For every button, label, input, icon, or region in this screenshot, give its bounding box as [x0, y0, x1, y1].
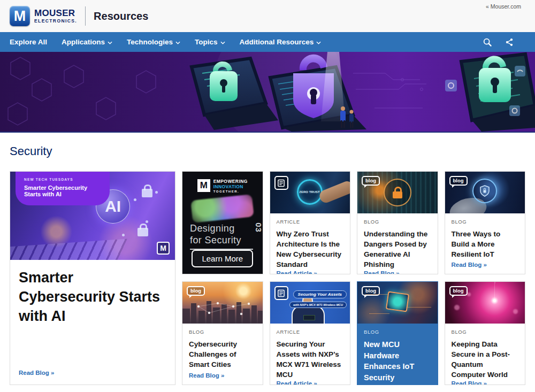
mcu-chip-graphic: [386, 291, 409, 312]
back-to-mouser-link[interactable]: « Mouser.com: [486, 3, 521, 10]
header-divider: [85, 6, 86, 26]
nav-item-additional-resources[interactable]: Additional Resources: [240, 38, 322, 46]
bokeh-dot: [467, 293, 471, 296]
blog-icon: blog: [187, 286, 205, 296]
content-type-label: BLOG: [364, 329, 431, 335]
nav-item-explore-all[interactable]: Explore All: [10, 38, 47, 46]
video-subtitle-ribbon: with NXP's MCX W71 Wireless MCU: [289, 302, 347, 308]
card-nxp-mcx-w71[interactable]: Securing Your Assets with NXP's MCX W71 …: [270, 281, 351, 385]
circuit-trace: [365, 294, 389, 295]
network-dot: [146, 220, 148, 223]
blog-icon: blog: [449, 176, 468, 186]
read-blog-link[interactable]: Read Blog»: [452, 380, 519, 385]
read-blog-link[interactable]: Read Blog»: [19, 370, 166, 376]
city-skyline-graphic: [182, 299, 263, 324]
content-type-label: BLOG: [364, 219, 431, 225]
card-title: Why Zero Trust Architecture Is the New C…: [277, 229, 344, 270]
network-dot: [155, 191, 158, 194]
tagline-line: TOGETHER.: [213, 190, 248, 194]
card-post-quantum[interactable]: blog BLOG Keeping Data Secure in a Post-…: [445, 281, 526, 385]
security-section: Security: [0, 133, 535, 158]
card-image: blog: [445, 282, 525, 324]
nav-label: Explore All: [10, 38, 47, 46]
card-title: New MCU Hardware Enhances IoT Security: [364, 339, 431, 383]
double-arrow-icon: »: [483, 262, 486, 268]
read-blog-link[interactable]: Read Blog»: [189, 372, 256, 379]
card-new-mcu-hardware[interactable]: blog BLOG New MCU Hardware Enhances IoT …: [357, 281, 438, 385]
tagline-line: INNOVATION: [213, 185, 248, 190]
padlock-icon: [142, 189, 152, 197]
card-body: ARTICLE Why Zero Trust Architecture Is t…: [270, 213, 350, 274]
blog-icon-label: blog: [365, 288, 376, 294]
search-icon[interactable]: [483, 37, 492, 47]
blog-icon-label: blog: [190, 288, 201, 294]
card-body: BLOG Understanding the Dangers Posed by …: [357, 213, 438, 274]
link-label: Read Article: [277, 380, 312, 385]
shield-icon: [479, 185, 490, 197]
promo-title-line1: Designing: [190, 223, 241, 235]
double-arrow-icon: »: [314, 380, 317, 385]
mouser-m-mark: M: [197, 179, 210, 192]
read-blog-link[interactable]: Read Blog»: [364, 270, 431, 274]
mouser-m-mark: M: [10, 6, 30, 26]
card-title: Securing Your Assets with NXP’s MCX W71 …: [277, 339, 344, 380]
double-arrow-icon: »: [221, 372, 224, 379]
featured-overlay-title: Smarter Cybersecurity Starts with AI: [24, 185, 101, 197]
hero-banner: [0, 52, 535, 133]
content-type-label: ARTICLE: [277, 329, 344, 335]
nav-label: Additional Resources: [240, 38, 314, 46]
nav-item-applications[interactable]: Applications: [62, 38, 112, 46]
promo-card-designing-for-security[interactable]: M EMPOWERING INNOVATION TOGETHER. Design…: [182, 171, 263, 274]
double-arrow-icon: »: [396, 270, 399, 274]
read-article-link[interactable]: Read Article»: [277, 380, 344, 385]
main-nav: Explore All Applications Technologies To…: [0, 32, 535, 52]
featured-card-smarter-cybersecurity[interactable]: AI NEW TECH TUESDAYS Smarter Cybersecuri…: [10, 171, 175, 385]
network-dot: [134, 198, 136, 201]
mouser-logo[interactable]: M MOUSER ELECTRONICS.: [10, 6, 77, 26]
read-blog-link[interactable]: Read Blog»: [452, 262, 519, 268]
card-title: Cybersecurity Challenges of Smart Cities: [189, 339, 256, 370]
learn-more-button[interactable]: Learn More: [192, 250, 253, 267]
content-type-label: ARTICLE: [277, 219, 344, 225]
cybersecurity-illustration: [0, 52, 535, 132]
bokeh-dot: [513, 309, 518, 314]
padlock-icon: [393, 191, 402, 198]
link-label: Read Blog: [452, 262, 482, 268]
padlock-icon: [137, 228, 148, 236]
nav-item-technologies[interactable]: Technologies: [127, 38, 180, 46]
resource-grid: AI NEW TECH TUESDAYS Smarter Cybersecuri…: [10, 171, 525, 385]
card-generative-ai-phishing[interactable]: blog BLOG Understanding the Dangers Pose…: [357, 171, 438, 274]
card-resilient-iot[interactable]: blog BLOG Three Ways to Build a More Res…: [445, 171, 526, 274]
brand-subname: ELECTRONICS.: [34, 19, 77, 24]
nav-item-topics[interactable]: Topics: [195, 38, 225, 46]
link-label: Read Blog: [189, 372, 219, 379]
section-title: Security: [10, 144, 525, 158]
shield-ring-graphic: [472, 179, 497, 203]
card-image: blog: [445, 172, 525, 213]
keyboard-graphic: [10, 239, 127, 260]
page-title: Resources: [94, 10, 148, 22]
promo-title-line2: for Security: [190, 235, 241, 247]
featured-eyebrow: NEW TECH TUESDAYS: [24, 178, 101, 181]
video-title-ribbon: Securing Your Assets: [293, 290, 347, 298]
nav-icons: [483, 37, 525, 47]
episode-number: 03: [254, 222, 263, 233]
card-zero-trust[interactable]: ZERO TRUST ARTICLE Why Zero Trust Archit…: [270, 171, 351, 274]
card-title: Understanding the Dangers Posed by Gener…: [364, 229, 431, 270]
featured-title: Smarter Cybersecurity Starts with AI: [19, 268, 166, 326]
double-arrow-icon: »: [314, 270, 317, 274]
zero-trust-ring-graphic: ZERO TRUST: [297, 179, 323, 205]
card-image: blog: [357, 282, 438, 324]
nav-label: Applications: [62, 38, 105, 46]
card-image: blog: [182, 282, 263, 324]
share-icon[interactable]: [505, 38, 514, 47]
featured-card-body: Smarter Cybersecurity Starts with AI Rea…: [10, 260, 175, 385]
card-body: BLOG New MCU Hardware Enhances IoT Secur…: [357, 324, 438, 385]
card-body: BLOG Three Ways to Build a More Resilien…: [445, 213, 525, 274]
eit-tagline: EMPOWERING INNOVATION TOGETHER.: [213, 179, 248, 193]
read-article-link[interactable]: Read Article»: [277, 270, 344, 274]
card-smart-cities[interactable]: blog BLOG Cybersecurity Challenges of Sm…: [182, 281, 263, 385]
card-body: BLOG Cybersecurity Challenges of Smart C…: [182, 324, 263, 385]
mouser-brand-text: MOUSER ELECTRONICS.: [34, 9, 77, 24]
blog-icon: blog: [362, 176, 380, 186]
